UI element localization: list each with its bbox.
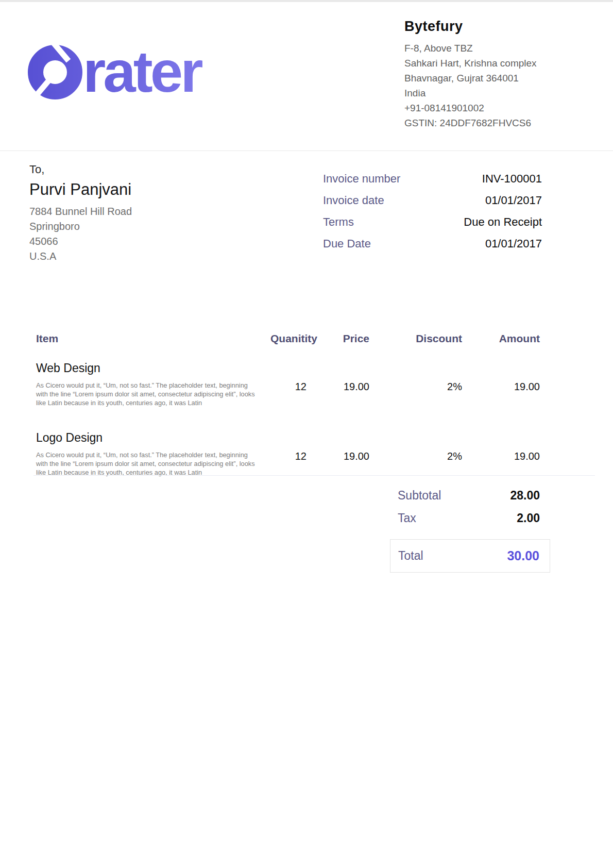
company-address-line: Sahkari Hart, Krishna complex bbox=[404, 56, 574, 71]
top-border bbox=[0, 0, 613, 2]
item-description-line: with the line “Lorem ipsum dolor sit ame… bbox=[36, 390, 258, 398]
company-address-line: F-8, Above TBZ bbox=[404, 41, 574, 56]
terms-label: Terms bbox=[323, 215, 354, 229]
invoice-date-label: Invoice date bbox=[323, 194, 384, 207]
item-cell: Logo Design As Cicero would put it, “Um,… bbox=[36, 431, 270, 477]
item-price: 19.00 bbox=[306, 361, 369, 407]
item-description-line: like Latin because in its youth, centuri… bbox=[36, 398, 258, 407]
tax-row: Tax 2.00 bbox=[390, 511, 550, 527]
items-table-header: Item Quanitity Price Discount Amount bbox=[36, 332, 540, 345]
company-name: Bytefury bbox=[404, 19, 574, 35]
terms-row: Terms Due on Receipt bbox=[323, 215, 542, 237]
item-description-line: with the line “Lorem ipsum dolor sit ame… bbox=[36, 459, 258, 468]
column-header-amount: Amount bbox=[462, 332, 540, 345]
bill-to-address-line: 7884 Bunnel Hill Road bbox=[29, 204, 246, 219]
item-quantity: 12 bbox=[270, 431, 306, 477]
terms-value: Due on Receipt bbox=[464, 215, 542, 229]
table-row: Logo Design As Cicero would put it, “Um,… bbox=[36, 431, 540, 477]
due-date-value: 01/01/2017 bbox=[485, 237, 542, 251]
item-discount: 2% bbox=[369, 361, 462, 407]
company-address-line: Bhavnagar, Gujrat 364001 bbox=[404, 71, 574, 86]
bill-to-address-line: 45066 bbox=[29, 234, 246, 249]
invoice-number-value: INV-100001 bbox=[482, 172, 542, 186]
item-price: 19.00 bbox=[306, 431, 369, 477]
column-header-discount: Discount bbox=[369, 332, 462, 345]
company-phone: +91-08141901002 bbox=[404, 101, 574, 115]
bill-to-prefix: To, bbox=[29, 163, 246, 176]
items-divider bbox=[33, 475, 595, 476]
totals-block: Subtotal 28.00 Tax 2.00 Total 30.00 bbox=[390, 489, 550, 573]
item-name: Web Design bbox=[36, 361, 270, 375]
total-box: Total 30.00 bbox=[390, 539, 550, 573]
due-date-row: Due Date 01/01/2017 bbox=[323, 237, 542, 259]
bill-to-address-line: Springboro bbox=[29, 219, 246, 234]
bill-to-block: To, Purvi Panjvani 7884 Bunnel Hill Road… bbox=[29, 163, 246, 264]
item-discount: 2% bbox=[369, 431, 462, 477]
column-header-quantity: Quanitity bbox=[270, 332, 306, 345]
header-divider bbox=[0, 151, 613, 151]
invoice-date-row: Invoice date 01/01/2017 bbox=[323, 194, 542, 215]
tax-value: 2.00 bbox=[517, 511, 540, 525]
item-description-line: As Cicero would put it, “Um, not so fast… bbox=[36, 381, 258, 390]
tax-label: Tax bbox=[398, 511, 416, 525]
item-quantity: 12 bbox=[270, 361, 306, 407]
crater-logo-icon: rater bbox=[23, 35, 260, 102]
invoice-number-label: Invoice number bbox=[323, 172, 400, 186]
bill-to-name: Purvi Panjvani bbox=[29, 180, 246, 199]
invoice-meta: Invoice number INV-100001 Invoice date 0… bbox=[323, 172, 542, 259]
column-header-item: Item bbox=[36, 332, 270, 345]
company-address-line: India bbox=[404, 86, 574, 101]
crater-logo: rater bbox=[23, 35, 260, 102]
invoice-page: rater Bytefury F-8, Above TBZ Sahkari Ha… bbox=[0, 0, 613, 868]
invoice-date-value: 01/01/2017 bbox=[485, 194, 542, 207]
item-description-line: As Cicero would put it, “Um, not so fast… bbox=[36, 450, 258, 459]
column-header-price: Price bbox=[306, 332, 369, 345]
item-amount: 19.00 bbox=[462, 431, 540, 477]
due-date-label: Due Date bbox=[323, 237, 371, 251]
total-value: 30.00 bbox=[507, 548, 539, 563]
item-name: Logo Design bbox=[36, 431, 270, 445]
invoice-number-row: Invoice number INV-100001 bbox=[323, 172, 542, 194]
crater-logo-text: rater bbox=[83, 39, 202, 102]
table-row: Web Design As Cicero would put it, “Um, … bbox=[36, 361, 540, 407]
item-amount: 19.00 bbox=[462, 361, 540, 407]
total-label: Total bbox=[398, 549, 423, 563]
subtotal-value: 28.00 bbox=[510, 489, 540, 503]
subtotal-label: Subtotal bbox=[398, 489, 441, 503]
subtotal-row: Subtotal 28.00 bbox=[390, 489, 550, 504]
item-cell: Web Design As Cicero would put it, “Um, … bbox=[36, 361, 270, 407]
bill-to-address-line: U.S.A bbox=[29, 249, 246, 264]
company-gstin: GSTIN: 24DDF7682FHVCS6 bbox=[404, 115, 574, 130]
company-block: Bytefury F-8, Above TBZ Sahkari Hart, Kr… bbox=[404, 19, 574, 130]
